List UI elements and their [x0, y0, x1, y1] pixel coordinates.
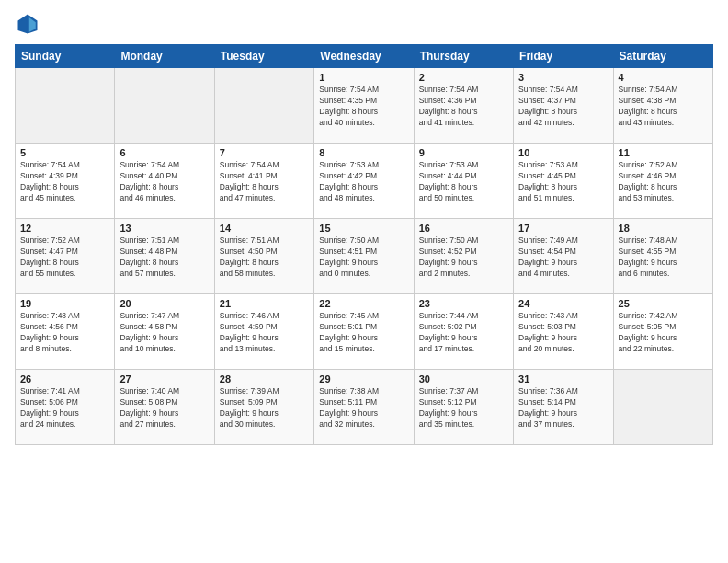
day-info: Sunrise: 7:50 AM Sunset: 4:51 PM Dayligh…: [319, 236, 408, 280]
day-number: 9: [419, 147, 508, 158]
calendar-header: SundayMondayTuesdayWednesdayThursdayFrid…: [16, 45, 713, 68]
day-info: Sunrise: 7:52 AM Sunset: 4:46 PM Dayligh…: [619, 160, 708, 204]
day-number: 6: [119, 147, 209, 158]
day-info: Sunrise: 7:48 AM Sunset: 4:55 PM Dayligh…: [619, 236, 708, 280]
day-info: Sunrise: 7:53 AM Sunset: 4:45 PM Dayligh…: [518, 160, 608, 204]
day-cell: 30Sunrise: 7:37 AM Sunset: 5:12 PM Dayli…: [414, 370, 513, 445]
day-cell: 24Sunrise: 7:43 AM Sunset: 5:03 PM Dayli…: [514, 294, 613, 370]
day-cell: 28Sunrise: 7:39 AM Sunset: 5:09 PM Dayli…: [214, 370, 313, 445]
day-number: 28: [220, 373, 309, 385]
day-cell: 27Sunrise: 7:40 AM Sunset: 5:08 PM Dayli…: [115, 370, 214, 445]
day-info: Sunrise: 7:54 AM Sunset: 4:40 PM Dayligh…: [119, 160, 209, 204]
week-row-4: 26Sunrise: 7:41 AM Sunset: 5:06 PM Dayli…: [16, 370, 713, 445]
day-cell: 18Sunrise: 7:48 AM Sunset: 4:55 PM Dayli…: [613, 219, 712, 294]
day-cell: 17Sunrise: 7:49 AM Sunset: 4:54 PM Dayli…: [514, 219, 613, 294]
day-number: 2: [419, 72, 508, 83]
week-row-1: 5Sunrise: 7:54 AM Sunset: 4:39 PM Daylig…: [16, 144, 713, 219]
day-cell: [115, 68, 214, 144]
day-number: 23: [419, 298, 508, 309]
day-cell: 5Sunrise: 7:54 AM Sunset: 4:39 PM Daylig…: [16, 144, 115, 219]
day-number: 12: [20, 223, 109, 234]
weekday-header-thursday: Thursday: [414, 45, 513, 68]
day-cell: 19Sunrise: 7:48 AM Sunset: 4:56 PM Dayli…: [16, 294, 115, 370]
day-cell: 20Sunrise: 7:47 AM Sunset: 4:58 PM Dayli…: [115, 294, 214, 370]
weekday-row: SundayMondayTuesdayWednesdayThursdayFrid…: [16, 45, 713, 68]
day-info: Sunrise: 7:42 AM Sunset: 5:05 PM Dayligh…: [619, 311, 708, 355]
day-info: Sunrise: 7:40 AM Sunset: 5:08 PM Dayligh…: [119, 386, 209, 431]
day-number: 24: [518, 298, 608, 309]
day-info: Sunrise: 7:51 AM Sunset: 4:48 PM Dayligh…: [119, 236, 209, 280]
day-cell: 2Sunrise: 7:54 AM Sunset: 4:36 PM Daylig…: [414, 68, 513, 144]
day-info: Sunrise: 7:39 AM Sunset: 5:09 PM Dayligh…: [220, 386, 309, 431]
day-number: 13: [119, 223, 209, 234]
day-number: 1: [319, 72, 408, 83]
day-info: Sunrise: 7:50 AM Sunset: 4:52 PM Dayligh…: [419, 236, 508, 280]
day-cell: 8Sunrise: 7:53 AM Sunset: 4:42 PM Daylig…: [314, 144, 414, 219]
day-number: 11: [619, 147, 708, 158]
day-cell: 16Sunrise: 7:50 AM Sunset: 4:52 PM Dayli…: [414, 219, 513, 294]
day-number: 20: [119, 298, 209, 309]
day-cell: [16, 68, 115, 144]
day-number: 10: [518, 147, 608, 158]
day-info: Sunrise: 7:54 AM Sunset: 4:38 PM Dayligh…: [619, 85, 708, 129]
day-info: Sunrise: 7:54 AM Sunset: 4:41 PM Dayligh…: [220, 160, 309, 204]
day-number: 25: [619, 298, 708, 309]
day-number: 8: [319, 147, 408, 158]
header: [15, 11, 713, 37]
day-cell: 7Sunrise: 7:54 AM Sunset: 4:41 PM Daylig…: [214, 144, 313, 219]
day-number: 15: [319, 223, 408, 234]
weekday-header-saturday: Saturday: [613, 45, 712, 68]
day-info: Sunrise: 7:43 AM Sunset: 5:03 PM Dayligh…: [518, 311, 608, 355]
day-cell: 6Sunrise: 7:54 AM Sunset: 4:40 PM Daylig…: [115, 144, 214, 219]
day-info: Sunrise: 7:54 AM Sunset: 4:35 PM Dayligh…: [319, 85, 408, 129]
day-number: 7: [220, 147, 309, 158]
day-info: Sunrise: 7:53 AM Sunset: 4:44 PM Dayligh…: [419, 160, 508, 204]
day-info: Sunrise: 7:53 AM Sunset: 4:42 PM Dayligh…: [319, 160, 408, 204]
day-number: 17: [518, 223, 608, 234]
day-number: 26: [20, 373, 109, 385]
day-cell: 31Sunrise: 7:36 AM Sunset: 5:14 PM Dayli…: [514, 370, 613, 445]
day-info: Sunrise: 7:45 AM Sunset: 5:01 PM Dayligh…: [319, 311, 408, 355]
day-info: Sunrise: 7:41 AM Sunset: 5:06 PM Dayligh…: [20, 386, 109, 431]
day-cell: 15Sunrise: 7:50 AM Sunset: 4:51 PM Dayli…: [314, 219, 414, 294]
weekday-header-friday: Friday: [514, 45, 613, 68]
day-number: 4: [619, 72, 708, 83]
day-info: Sunrise: 7:38 AM Sunset: 5:11 PM Dayligh…: [319, 386, 408, 431]
day-info: Sunrise: 7:52 AM Sunset: 4:47 PM Dayligh…: [20, 236, 109, 280]
day-number: 3: [518, 72, 608, 83]
page: SundayMondayTuesdayWednesdayThursdayFrid…: [0, 0, 728, 563]
day-cell: 26Sunrise: 7:41 AM Sunset: 5:06 PM Dayli…: [16, 370, 115, 445]
day-info: Sunrise: 7:51 AM Sunset: 4:50 PM Dayligh…: [220, 236, 309, 280]
logo-icon: [15, 11, 40, 37]
day-number: 27: [119, 373, 209, 385]
day-number: 14: [220, 223, 309, 234]
day-cell: 25Sunrise: 7:42 AM Sunset: 5:05 PM Dayli…: [613, 294, 712, 370]
day-cell: 9Sunrise: 7:53 AM Sunset: 4:44 PM Daylig…: [414, 144, 513, 219]
week-row-0: 1Sunrise: 7:54 AM Sunset: 4:35 PM Daylig…: [16, 68, 713, 144]
day-info: Sunrise: 7:36 AM Sunset: 5:14 PM Dayligh…: [518, 386, 608, 431]
day-cell: 11Sunrise: 7:52 AM Sunset: 4:46 PM Dayli…: [613, 144, 712, 219]
day-info: Sunrise: 7:46 AM Sunset: 4:59 PM Dayligh…: [220, 311, 309, 355]
weekday-header-monday: Monday: [115, 45, 214, 68]
day-cell: 13Sunrise: 7:51 AM Sunset: 4:48 PM Dayli…: [115, 219, 214, 294]
calendar-table: SundayMondayTuesdayWednesdayThursdayFrid…: [15, 44, 713, 445]
day-cell: 22Sunrise: 7:45 AM Sunset: 5:01 PM Dayli…: [314, 294, 414, 370]
day-number: 22: [319, 298, 408, 309]
day-cell: 21Sunrise: 7:46 AM Sunset: 4:59 PM Dayli…: [214, 294, 313, 370]
day-cell: 12Sunrise: 7:52 AM Sunset: 4:47 PM Dayli…: [16, 219, 115, 294]
day-cell: 14Sunrise: 7:51 AM Sunset: 4:50 PM Dayli…: [214, 219, 313, 294]
day-info: Sunrise: 7:37 AM Sunset: 5:12 PM Dayligh…: [419, 386, 508, 431]
day-cell: 3Sunrise: 7:54 AM Sunset: 4:37 PM Daylig…: [514, 68, 613, 144]
week-row-2: 12Sunrise: 7:52 AM Sunset: 4:47 PM Dayli…: [16, 219, 713, 294]
day-cell: [214, 68, 313, 144]
weekday-header-sunday: Sunday: [16, 45, 115, 68]
day-number: 19: [20, 298, 109, 309]
weekday-header-wednesday: Wednesday: [314, 45, 414, 68]
day-cell: 10Sunrise: 7:53 AM Sunset: 4:45 PM Dayli…: [514, 144, 613, 219]
day-info: Sunrise: 7:47 AM Sunset: 4:58 PM Dayligh…: [119, 311, 209, 355]
day-number: 18: [619, 223, 708, 234]
day-number: 30: [419, 373, 508, 385]
logo: [15, 11, 44, 37]
day-number: 31: [518, 373, 608, 385]
day-number: 16: [419, 223, 508, 234]
